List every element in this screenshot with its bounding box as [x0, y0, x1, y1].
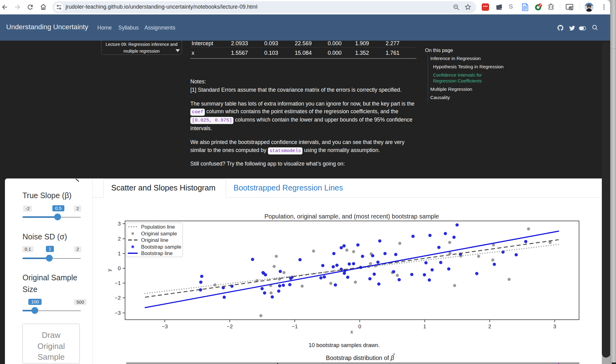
svg-text:3: 3	[118, 221, 121, 227]
svg-text:y: y	[106, 269, 112, 271]
svg-text:1: 1	[118, 251, 121, 257]
svg-text:−2: −2	[115, 295, 121, 301]
svg-text:2: 2	[488, 324, 491, 330]
svg-text:−1: −1	[115, 280, 121, 286]
svg-text:0: 0	[358, 324, 361, 330]
svg-text:Bootstrap line: Bootstrap line	[141, 250, 173, 256]
svg-text:3: 3	[553, 324, 556, 330]
svg-text:2: 2	[118, 236, 121, 242]
svg-text:Population, original sample, a: Population, original sample, and (most r…	[265, 213, 439, 220]
svg-text:−3: −3	[162, 324, 168, 330]
svg-text:0: 0	[118, 266, 121, 271]
svg-text:−3: −3	[115, 310, 121, 316]
svg-text:x: x	[351, 329, 353, 335]
svg-text:Bootstrap sample: Bootstrap sample	[141, 244, 181, 250]
svg-text:−1: −1	[292, 324, 298, 330]
svg-text:Population line: Population line	[141, 224, 175, 230]
svg-text:1: 1	[423, 324, 426, 330]
svg-text:Original line: Original line	[141, 237, 168, 243]
svg-text:Original sample: Original sample	[141, 231, 177, 237]
svg-text:−2: −2	[227, 324, 233, 330]
